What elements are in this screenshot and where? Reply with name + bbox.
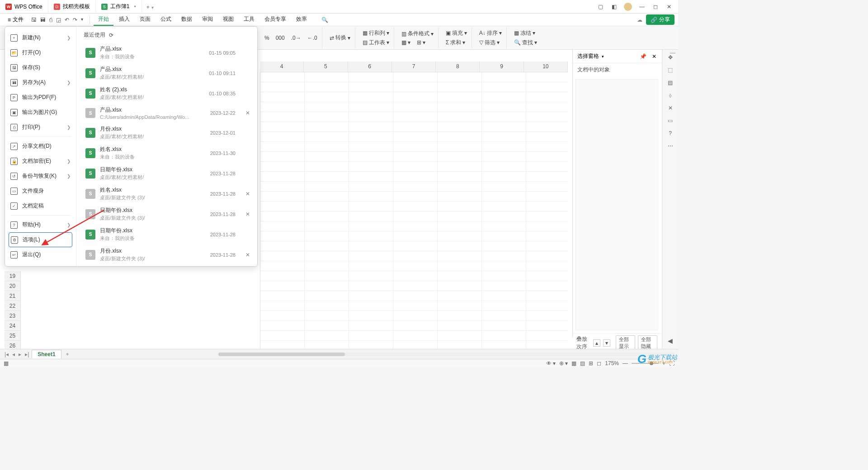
file-save[interactable]: 🖫保存(S) — [5, 60, 76, 75]
recent-item[interactable]: S 姓名.xlsx 桌面/新建文件夹 (3)/ 2023-11-28 ✕ — [84, 183, 253, 204]
style-icon[interactable]: ⬚ — [668, 67, 673, 73]
sheet-last-icon[interactable]: ▸| — [24, 351, 30, 357]
recent-item[interactable]: S 月份.xlsx 桌面/素材/文档素材/ 2023-12-01 — [84, 122, 253, 143]
target-icon[interactable]: ⊕ ▾ — [559, 360, 568, 367]
recent-item[interactable]: S 产品.xlsx 来自：我的设备 01-15 09:05 — [84, 42, 253, 63]
user-avatar-icon[interactable] — [624, 3, 632, 11]
layout-icon[interactable]: ▤ — [668, 80, 673, 86]
tab-add-button[interactable]: + ▾ — [142, 3, 158, 10]
find-button[interactable]: 🔍查找 ▾ — [512, 38, 539, 47]
undo-icon[interactable]: ↶ — [65, 17, 69, 23]
tab-member[interactable]: 会员专享 — [260, 14, 291, 26]
qa-dropdown-icon[interactable]: ▾ — [81, 17, 83, 23]
worksheet-button[interactable]: ▤工作表 ▾ — [361, 38, 391, 47]
file-pdf[interactable]: P输出为PDF(F) — [5, 90, 76, 105]
sort-button[interactable]: A↓排序 ▾ — [477, 29, 504, 38]
fill-button[interactable]: ▣填充 ▾ — [444, 29, 469, 38]
share-button[interactable]: 🔗 分享 — [646, 14, 675, 25]
thousand-sep-icon[interactable]: 000 — [274, 34, 287, 42]
tab-formula[interactable]: 公式 — [156, 14, 176, 26]
refresh-icon[interactable]: ⟳ — [109, 32, 113, 38]
freeze-button[interactable]: ▦冻结 ▾ — [512, 29, 539, 38]
col-header[interactable]: 9 — [480, 61, 524, 72]
file-backup[interactable]: ↺备份与恢复(K)❯ — [5, 169, 76, 183]
file-menu-button[interactable]: ≡ 文件 — [4, 14, 28, 25]
percent-button[interactable]: % — [263, 34, 271, 42]
tab-view[interactable]: 视图 — [218, 14, 238, 26]
recent-item[interactable]: S 日期年份.xlsx 桌面/新建文件夹 (3)/ 2023-11-28 ✕ — [84, 204, 253, 224]
print-preview-icon[interactable]: ◲ — [56, 17, 61, 23]
file-image[interactable]: ▣输出为图片(G) — [5, 105, 76, 120]
redo-icon[interactable]: ↷ — [73, 17, 77, 23]
more-icon[interactable]: ⋯ — [668, 143, 673, 149]
cond-format-button[interactable]: ▥条件格式 ▾ — [400, 29, 435, 38]
file-saveas[interactable]: 🖬另存为(A)❯ — [5, 75, 76, 90]
row-header[interactable]: 20 — [5, 281, 21, 291]
view-page-icon[interactable]: ▤ — [580, 360, 585, 367]
pin-icon[interactable]: 📌 — [640, 53, 646, 60]
panel-icon[interactable]: ▢ — [597, 3, 604, 10]
show-all-button[interactable]: 全部显示 — [616, 335, 635, 351]
col-header[interactable]: 4 — [260, 61, 304, 72]
eye-icon[interactable]: 👁 ▾ — [546, 360, 556, 367]
recent-item[interactable]: S 月份.xlsx 桌面/新建文件夹 (3)/ 2023-11-28 ✕ — [84, 244, 253, 265]
close-window-icon[interactable]: ✕ — [665, 3, 673, 10]
sheet-first-icon[interactable]: |◂ — [4, 351, 9, 357]
hide-all-button[interactable]: 全部隐藏 — [638, 335, 657, 351]
save-icon[interactable]: 🖫 — [31, 17, 37, 23]
tab-insert[interactable]: 插入 — [114, 14, 134, 26]
file-exit[interactable]: ↩退出(Q) — [5, 247, 76, 262]
tab-review[interactable]: 审阅 — [198, 14, 217, 26]
merge-icon[interactable]: ▦ ▾ — [400, 39, 412, 46]
rowcol-button[interactable]: ▦行和列 ▾ — [361, 29, 391, 38]
order-up-icon[interactable]: ▴ — [593, 339, 600, 347]
chevron-down-icon[interactable]: ▾ — [602, 54, 604, 59]
filter-button[interactable]: ▽筛选 ▾ — [477, 38, 504, 47]
split-icon[interactable]: ⊞ ▾ — [415, 39, 427, 46]
recent-item[interactable]: S 日期年份.xlsx 来自：我的设备 2023-11-28 — [84, 224, 253, 244]
file-open[interactable]: 📂打开(O) — [5, 45, 76, 60]
recent-item[interactable]: S 姓名.xlsx 来自：我的设备 2023-11-30 — [84, 143, 253, 163]
tab-data[interactable]: 数据 — [177, 14, 197, 26]
sum-button[interactable]: Σ求和 ▾ — [444, 38, 469, 47]
minimize-icon[interactable]: — — [638, 3, 646, 10]
tab-page[interactable]: 页面 — [135, 14, 155, 26]
recent-remove-icon[interactable]: ✕ — [245, 211, 251, 217]
file-options[interactable]: ⚙选项(L) — [9, 232, 72, 247]
recent-item[interactable]: S 月份.xlsx 来自：我的设备 2023-11-28 — [84, 265, 253, 266]
row-header[interactable]: 21 — [5, 291, 21, 301]
sheet-tab[interactable]: Sheet1 — [32, 350, 61, 358]
col-header[interactable]: 7 — [392, 61, 436, 72]
view-break-icon[interactable]: ⊞ — [589, 360, 593, 367]
recent-item[interactable]: S 日期年份.xlsx 桌面/素材/文档素材/ 2023-11-28 — [84, 163, 253, 183]
file-final[interactable]: ✓文档定稿 — [5, 198, 76, 213]
view-read-icon[interactable]: ◻ — [597, 360, 601, 367]
h-scrollbar[interactable] — [218, 352, 675, 356]
sheet-prev-icon[interactable]: ◂ — [11, 351, 16, 357]
clip-icon[interactable]: ⎀ — [669, 92, 672, 99]
row-header[interactable]: 19 — [5, 271, 21, 281]
decimal-dec-icon[interactable]: ←.0 — [306, 34, 319, 42]
tab-tools[interactable]: 工具 — [239, 14, 259, 26]
help2-icon[interactable]: ? — [669, 130, 672, 136]
file-help[interactable]: ?帮助(H)❯ — [5, 217, 76, 232]
file-encrypt[interactable]: 🔒文档加密(E)❯ — [5, 154, 76, 169]
file-slim[interactable]: ▭文件瘦身 — [5, 183, 76, 198]
col-header[interactable]: 8 — [436, 61, 480, 72]
row-header[interactable]: 24 — [5, 321, 21, 331]
row-header[interactable]: 22 — [5, 301, 21, 311]
view-normal-icon[interactable]: ▦ — [571, 360, 576, 367]
decimal-inc-icon[interactable]: .0→ — [289, 34, 303, 42]
expand-tri-icon[interactable]: ◀ — [668, 337, 673, 344]
app-tab-workbook[interactable]: S 工作簿1 • — [96, 0, 142, 13]
print-icon[interactable]: ⎙ — [49, 17, 52, 23]
file-new[interactable]: +新建(N)❯ — [5, 30, 76, 45]
order-down-icon[interactable]: ▾ — [603, 339, 610, 347]
convert-button[interactable]: ⇄转换 ▾ — [328, 33, 352, 42]
save-as-icon[interactable]: 🖬 — [40, 17, 46, 23]
recent-remove-icon[interactable]: ✕ — [245, 110, 251, 116]
file-print[interactable]: ⎙打印(P)❯ — [5, 120, 76, 135]
app-tab-wps[interactable]: W WPS Office — [0, 0, 48, 13]
col-header[interactable]: 10 — [524, 61, 568, 72]
tab-start[interactable]: 开始 — [94, 14, 113, 26]
